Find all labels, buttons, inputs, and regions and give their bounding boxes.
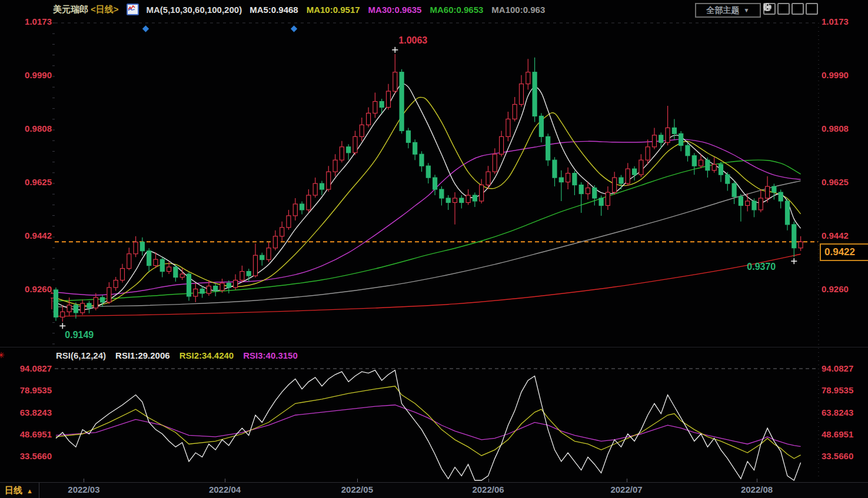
- y-axis-label: 1.0173: [16, 16, 52, 26]
- ma-value: MA100:0.963: [491, 5, 545, 15]
- rsi-value: RSI2:34.4240: [179, 350, 234, 360]
- ma-value: MA10:0.9517: [307, 5, 360, 15]
- x-axis-label: 2022/08: [730, 484, 783, 494]
- x-axis-label: 2022/06: [462, 484, 515, 494]
- x-axis-label: 2022/03: [57, 484, 110, 494]
- rsi-values: RSI1:29.2006RSI2:34.4240RSI3:40.3150: [115, 350, 298, 360]
- period-tab-label: 日线: [5, 485, 22, 496]
- event-diamond-marker[interactable]: [291, 25, 297, 32]
- x-axis-tick: [225, 479, 225, 482]
- symbol-name: 美元瑞郎: [53, 4, 88, 15]
- rsi-axis-label: 33.5660: [822, 451, 857, 461]
- bottom-bar-separator: [39, 483, 39, 498]
- ma-line-ma5: [56, 84, 801, 310]
- y-axis-label: 0.9808: [16, 123, 52, 133]
- ma-value: MA30:0.9635: [368, 5, 422, 15]
- rsi-header: RSI(6,12,24) RSI1:29.2006RSI2:34.4240RSI…: [56, 350, 298, 360]
- y-axis-label: 0.9808: [822, 123, 857, 133]
- event-diamond-marker[interactable]: [142, 25, 149, 32]
- rsi-axis-label: 78.9535: [15, 385, 52, 395]
- chart-header: 美元瑞郎 <日线> MA(5,10,30,60,100,200) MA5:0.9…: [53, 4, 545, 15]
- y-axis-label: 0.9990: [16, 70, 52, 80]
- x-axis-tick: [84, 479, 84, 482]
- y-axis-label: 0.9442: [822, 230, 857, 240]
- ma-line-ma10: [56, 97, 801, 306]
- panel-divider: [0, 347, 868, 347]
- rsi-value: RSI1:29.2006: [115, 350, 170, 360]
- shift-left-icon[interactable]: [777, 3, 790, 15]
- y-axis-label: 0.9442: [16, 230, 52, 240]
- y-axis-label: 0.9990: [822, 70, 857, 80]
- x-axis-tick: [757, 479, 757, 482]
- low-recent-label: 0.9370: [747, 262, 776, 272]
- y-axis-label: 0.9260: [822, 284, 857, 294]
- theme-dropdown[interactable]: 全部主题 ▼: [695, 3, 761, 18]
- shift-right-icon[interactable]: [791, 3, 804, 15]
- alert-burst-icon: ✳: [0, 350, 5, 360]
- mini-chart-icon[interactable]: [127, 4, 139, 15]
- rsi-value: RSI3:40.3150: [243, 350, 298, 360]
- ma-value: MA60:0.9653: [430, 5, 483, 15]
- rsi-axis-label: 48.6951: [822, 429, 857, 439]
- rsi-axis-label: 94.0827: [822, 363, 857, 373]
- y-axis-label: 0.9625: [16, 177, 52, 187]
- ma-value: MA5:0.9468: [250, 5, 298, 15]
- chart-toolbar: [763, 3, 818, 15]
- y-axis-label: 0.9260: [16, 284, 52, 294]
- rsi-axis-label: 78.9535: [822, 385, 857, 395]
- rsi-axis-label: 33.5660: [15, 451, 52, 461]
- rsi-axis-label: 94.0827: [15, 363, 52, 373]
- period-tab-daily[interactable]: 日线 ▲: [5, 485, 33, 496]
- chart-window: 美元瑞郎 <日线> MA(5,10,30,60,100,200) MA5:0.9…: [0, 0, 868, 498]
- period-tag: <日线>: [91, 4, 119, 15]
- rsi-settings-label: RSI(6,12,24): [56, 350, 106, 360]
- x-axis-label: 2022/05: [331, 484, 384, 494]
- ma-line-ma100: [56, 181, 801, 307]
- low-first-label: 0.9149: [65, 330, 94, 340]
- x-axis-tick: [627, 479, 627, 482]
- peak-high-label: 1.0063: [398, 35, 427, 46]
- rsi-line-rsi1: [56, 370, 801, 480]
- rsi-line-rsi2: [56, 386, 801, 459]
- chevron-down-icon: ▼: [744, 7, 750, 14]
- current-price-tag: 0.9422: [820, 243, 868, 261]
- x-axis-label: 2022/04: [198, 484, 251, 494]
- chart-plot-area[interactable]: [0, 0, 868, 498]
- rsi-axis-label: 63.8243: [15, 407, 52, 417]
- x-axis-tick: [488, 479, 489, 482]
- triangle-up-icon: ▲: [26, 487, 33, 494]
- x-axis-label: 2022/07: [600, 484, 653, 494]
- rsi-axis-label: 48.6951: [15, 429, 52, 439]
- exit-right-icon[interactable]: [806, 3, 818, 15]
- y-axis-label: 1.0173: [822, 16, 857, 26]
- ma-settings-label: MA(5,10,30,60,100,200): [147, 5, 242, 15]
- y-axis-label: 0.9625: [822, 177, 857, 187]
- theme-dropdown-label: 全部主题: [707, 5, 740, 16]
- ma-values: MA5:0.9468MA10:0.9517MA30:0.9635MA60:0.9…: [250, 5, 545, 15]
- rsi-axis-label: 63.8243: [822, 407, 857, 417]
- x-axis-tick: [357, 479, 358, 482]
- ma-line-ma30: [56, 139, 801, 295]
